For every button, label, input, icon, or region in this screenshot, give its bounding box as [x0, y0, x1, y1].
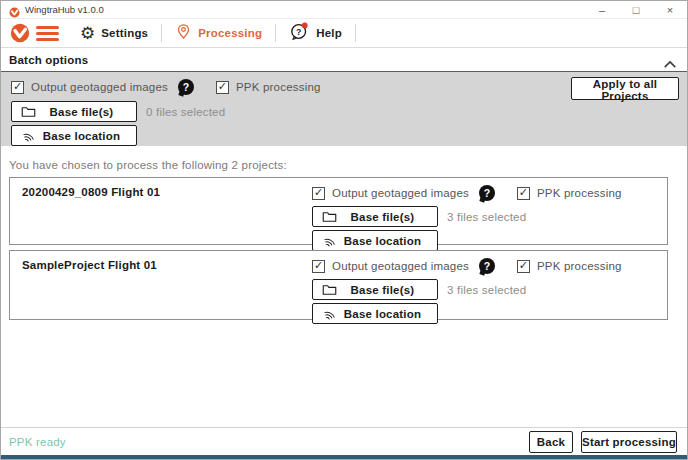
base-location-row: Base location	[312, 230, 622, 251]
files-selected-text: 3 files selected	[447, 211, 526, 223]
project-name: SampleProject Flight 01	[22, 259, 157, 271]
output-geotagged-checkbox[interactable]	[11, 81, 24, 94]
back-button[interactable]: Back	[529, 431, 573, 453]
antenna-signal-icon	[322, 234, 337, 247]
base-files-label: Base file(s)	[36, 106, 127, 118]
window-controls: – □ ×	[585, 1, 687, 18]
svg-text:?: ?	[296, 26, 301, 36]
batch-options-panel: Output geotagged images ? PPK processing…	[1, 72, 687, 146]
project-controls: Output geotagged images ? PPK processing…	[312, 183, 622, 251]
folder-icon	[322, 283, 337, 296]
ppk-status-text: PPK ready	[9, 436, 529, 448]
folder-icon	[21, 105, 36, 118]
base-location-button[interactable]: Base location	[11, 125, 137, 146]
help-bubble-icon: ?	[289, 21, 310, 46]
project-name: 20200429_0809 Flight 01	[22, 186, 160, 198]
project-controls: Output geotagged images ? PPK processing…	[312, 256, 622, 324]
maximize-button[interactable]: □	[619, 1, 653, 19]
base-files-button[interactable]: Base file(s)	[312, 206, 438, 227]
projects-intro-text: You have chosen to process the following…	[9, 159, 687, 171]
map-pin-icon	[175, 23, 192, 44]
ppk-processing-label: PPK processing	[236, 81, 321, 93]
hamburger-menu-icon[interactable]	[36, 26, 59, 41]
project-card-2: SampleProject Flight 01 Output geotagged…	[9, 250, 668, 320]
minimize-button[interactable]: –	[585, 1, 619, 19]
question-badge-icon[interactable]: ?	[479, 185, 495, 201]
title-bar: WingtraHub v1.0.0 – □ ×	[1, 1, 687, 19]
ppk-processing-label: PPK processing	[537, 187, 622, 199]
batch-options-title: Batch options	[9, 54, 663, 66]
toolbar-separator	[355, 24, 356, 42]
help-label: Help	[316, 27, 342, 39]
base-files-button[interactable]: Base file(s)	[312, 279, 438, 300]
base-location-label: Base location	[337, 308, 428, 320]
base-location-button[interactable]: Base location	[312, 230, 438, 251]
base-files-row: Base file(s) 0 files selected	[11, 101, 677, 122]
output-geotagged-label: Output geotagged images	[332, 187, 469, 199]
wingtra-logo-icon	[10, 23, 30, 43]
ppk-processing-checkbox[interactable]	[517, 187, 530, 200]
gear-icon: ⚙	[80, 25, 95, 42]
output-geotagged-label: Output geotagged images	[31, 81, 168, 93]
batch-options-header: Batch options	[1, 48, 687, 72]
help-button[interactable]: ? Help	[276, 19, 355, 47]
output-geotagged-checkbox[interactable]	[312, 260, 325, 273]
footer-bar: PPK ready Back Start processing	[1, 427, 687, 455]
projects-area: You have chosen to process the following…	[1, 146, 687, 427]
project-card-1: 20200429_0809 Flight 01 Output geotagged…	[9, 177, 668, 245]
output-geotagged-label: Output geotagged images	[332, 260, 469, 272]
base-files-row: Base file(s) 3 files selected	[312, 206, 622, 227]
collapse-chevron-icon[interactable]	[663, 55, 677, 64]
question-badge-icon[interactable]: ?	[479, 258, 495, 274]
processing-button[interactable]: Processing	[162, 19, 275, 47]
settings-label: Settings	[101, 27, 148, 39]
base-files-row: Base file(s) 3 files selected	[312, 279, 622, 300]
app-logo-icon	[9, 4, 20, 15]
app-window: WingtraHub v1.0.0 – □ × ⚙ Settings Proce…	[0, 0, 688, 460]
files-selected-text: 3 files selected	[447, 284, 526, 296]
settings-button[interactable]: ⚙ Settings	[67, 19, 161, 47]
base-location-label: Base location	[36, 130, 127, 142]
output-geotagged-checkbox[interactable]	[312, 187, 325, 200]
close-button[interactable]: ×	[653, 1, 687, 19]
base-files-button[interactable]: Base file(s)	[11, 101, 137, 122]
question-badge-icon[interactable]: ?	[178, 79, 194, 95]
base-files-label: Base file(s)	[337, 284, 428, 296]
start-processing-button[interactable]: Start processing	[581, 431, 677, 453]
processing-label: Processing	[198, 27, 262, 39]
base-location-row: Base location	[312, 303, 622, 324]
base-location-row: Base location	[11, 125, 677, 146]
bottom-accent-bar	[1, 455, 687, 459]
window-title: WingtraHub v1.0.0	[25, 4, 585, 15]
base-files-label: Base file(s)	[337, 211, 428, 223]
project-checkbox-row: Output geotagged images ? PPK processing	[312, 183, 622, 203]
apply-to-all-projects-button[interactable]: Apply to all Projects	[571, 77, 679, 100]
ppk-processing-label: PPK processing	[537, 260, 622, 272]
ppk-processing-checkbox[interactable]	[517, 260, 530, 273]
project-checkbox-row: Output geotagged images ? PPK processing	[312, 256, 622, 276]
antenna-signal-icon	[322, 307, 337, 320]
ppk-processing-checkbox[interactable]	[216, 81, 229, 94]
base-location-button[interactable]: Base location	[312, 303, 438, 324]
main-toolbar: ⚙ Settings Processing ? Help	[1, 19, 687, 48]
antenna-signal-icon	[21, 129, 36, 142]
folder-icon	[322, 210, 337, 223]
base-location-label: Base location	[337, 235, 428, 247]
files-selected-text: 0 files selected	[146, 106, 225, 118]
